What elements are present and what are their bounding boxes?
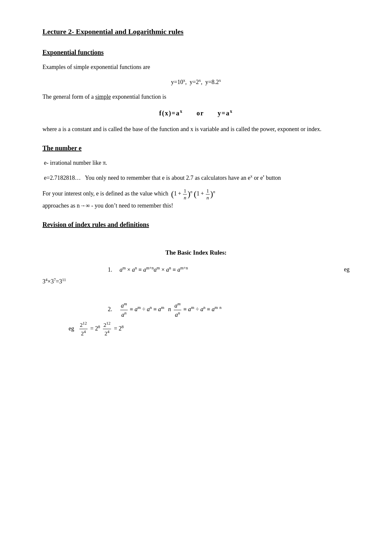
index-rules-heading: Revision of index rules and definitions xyxy=(42,220,350,229)
e-value: e=2.7182818… You only need to remember t… xyxy=(42,173,350,183)
para2-underline: simple xyxy=(95,93,111,100)
para2-end: exponential function is xyxy=(111,93,166,100)
number-e-heading: The number e xyxy=(42,143,350,153)
para1-text: Examples of simple exponential functions… xyxy=(42,64,150,70)
e-irrational: e- irrational number like π. xyxy=(42,158,350,168)
rule1-eg-label: eg xyxy=(344,265,350,274)
examples-intro: Examples of simple exponential functions… xyxy=(42,62,350,87)
para2-start: The general form of a xyxy=(42,93,95,100)
lecture-title: Lecture 2- Exponential and Logarithmic r… xyxy=(42,26,350,37)
e-defined-para: For your interest only, e is defined as … xyxy=(42,188,350,210)
rule1-row: 1. am × an ≡ am+nam × an ≡ am+n eg xyxy=(42,265,350,274)
rule2-eg-label: eg xyxy=(69,325,77,332)
rule1-formula: 1. am × an ≡ am+nam × an ≡ am+n eg xyxy=(108,265,350,274)
main-formula: f(x)=ax or y=ax xyxy=(42,108,350,118)
index-rules-section: Revision of index rules and definitions … xyxy=(42,220,350,337)
rule2-eg: eg 212 24 = 28 212 24 = 28 xyxy=(69,321,350,337)
exponential-functions-heading: Exponential functions xyxy=(42,47,350,57)
page-container: Lecture 2- Exponential and Logarithmic r… xyxy=(42,26,350,337)
rule2-formula-row: 2. am an ≡ am ÷ an ≡ am n am an ≡ am ÷ a… xyxy=(108,301,350,318)
rule1-eg: 34×37=311 xyxy=(42,277,350,286)
number-e-section: The number e e- irrational number like π… xyxy=(42,143,350,210)
general-form-para: The general form of a simple exponential… xyxy=(42,92,350,102)
exponential-functions-section: Exponential functions Examples of simple… xyxy=(42,47,350,134)
examples-centered: y=10x, y=2x, y=8.2x xyxy=(42,77,350,87)
where-a-para: where a is a constant and is called the … xyxy=(42,125,350,134)
basic-index-rules-title: The Basic Index Rules: xyxy=(42,248,350,258)
